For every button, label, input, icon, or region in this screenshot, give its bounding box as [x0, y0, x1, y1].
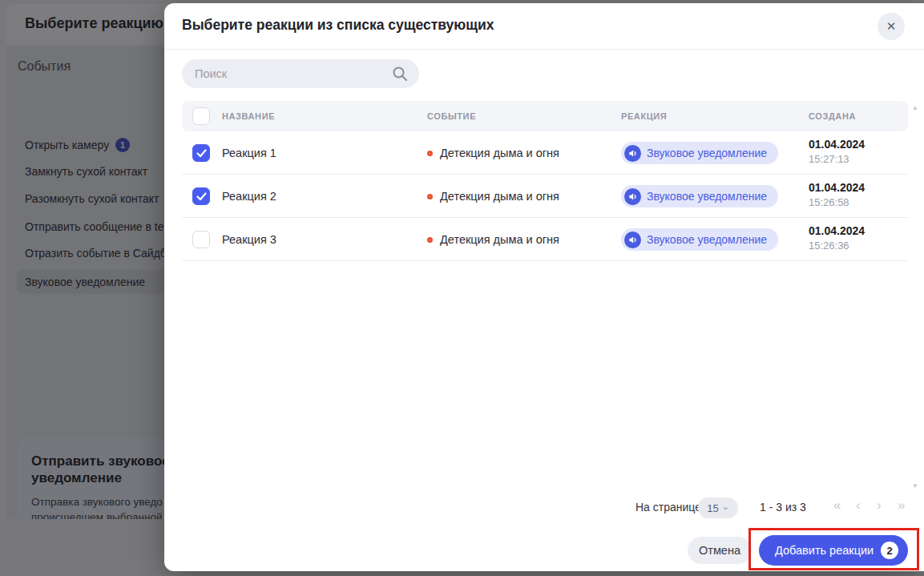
row-checkbox[interactable]	[192, 144, 210, 162]
close-icon: ✕	[886, 19, 897, 34]
reaction-badge: Звуковое уведомление	[621, 185, 778, 207]
prev-page-button[interactable]: ‹	[856, 497, 861, 514]
search-box	[182, 59, 419, 88]
row-checkbox[interactable]	[192, 187, 210, 205]
table-header-row: Название Событие Реакция Создана	[182, 101, 908, 131]
created-time: 15:26:36	[809, 240, 865, 252]
select-all-checkbox[interactable]	[192, 107, 210, 125]
reaction-name: Реакция 1	[222, 131, 276, 175]
reaction-badge: Звуковое уведомление	[621, 228, 778, 251]
per-page-label: На странице	[636, 501, 701, 514]
column-header-created[interactable]: Создана	[809, 101, 856, 131]
table-row[interactable]: Реакция 1 Детекция дыма и огня Звуковое …	[182, 131, 908, 175]
column-header-event[interactable]: Событие	[427, 101, 476, 131]
event-name: Детекция дыма и огня	[440, 147, 559, 159]
close-button[interactable]: ✕	[878, 13, 905, 40]
select-reactions-modal: Выберите реакции из списка существующих …	[164, 3, 924, 571]
event-name: Детекция дыма и огня	[440, 233, 559, 246]
event-type-icon	[427, 151, 433, 156]
add-reactions-label: Добавить реакции	[775, 544, 874, 557]
speaker-icon	[624, 188, 641, 205]
speaker-icon	[624, 232, 641, 248]
reaction-badge-label: Звуковое уведомление	[647, 190, 767, 203]
column-header-reaction[interactable]: Реакция	[621, 101, 667, 131]
pagination-range: 1 - 3 из 3	[760, 501, 806, 514]
created-date: 01.04.2024	[809, 224, 865, 237]
reaction-badge-label: Звуковое уведомление	[647, 233, 767, 246]
pagination-bar: На странице 15 ⌄ 1 - 3 из 3 « ‹ › »	[164, 497, 924, 521]
first-page-button[interactable]: «	[833, 497, 841, 514]
reaction-badge-label: Звуковое уведомление	[647, 147, 767, 159]
table-row[interactable]: Реакция 2 Детекция дыма и огня Звуковое …	[182, 175, 908, 218]
modal-title: Выберите реакции из списка существующих	[182, 17, 494, 34]
next-page-button[interactable]: ›	[877, 497, 882, 514]
event-type-icon	[427, 194, 433, 199]
search-icon	[392, 66, 408, 82]
event-type-icon	[427, 237, 433, 243]
created-time: 15:26:58	[809, 196, 865, 208]
per-page-select[interactable]: 15 ⌄	[698, 497, 738, 518]
reactions-table: Название Событие Реакция Создана Реакция…	[182, 101, 908, 261]
selected-count-badge: 2	[881, 542, 898, 559]
scroll-down-icon[interactable]: ▼	[912, 482, 918, 489]
reaction-name: Реакция 2	[222, 175, 276, 218]
event-name: Детекция дыма и огня	[440, 190, 559, 203]
column-header-name[interactable]: Название	[222, 101, 275, 131]
created-date: 01.04.2024	[809, 181, 865, 194]
search-input[interactable]	[182, 59, 419, 88]
reaction-badge: Звуковое уведомление	[621, 142, 778, 164]
created-date: 01.04.2024	[809, 138, 865, 151]
table-row[interactable]: Реакция 3 Детекция дыма и огня Звуковое …	[182, 218, 908, 261]
speaker-icon	[624, 145, 641, 162]
cancel-button[interactable]: Отмена	[688, 537, 752, 564]
scroll-up-icon[interactable]: ▲	[912, 104, 918, 111]
row-checkbox[interactable]	[192, 231, 210, 248]
chevron-down-icon: ⌄	[722, 501, 729, 512]
screen: Выберите реакцию События Открыть камеру …	[0, 0, 924, 576]
header-divider	[164, 49, 924, 50]
reaction-name: Реакция 3	[222, 218, 276, 261]
last-page-button[interactable]: »	[898, 497, 905, 514]
add-reactions-button[interactable]: Добавить реакции 2	[759, 535, 908, 566]
created-time: 15:27:13	[809, 153, 865, 165]
